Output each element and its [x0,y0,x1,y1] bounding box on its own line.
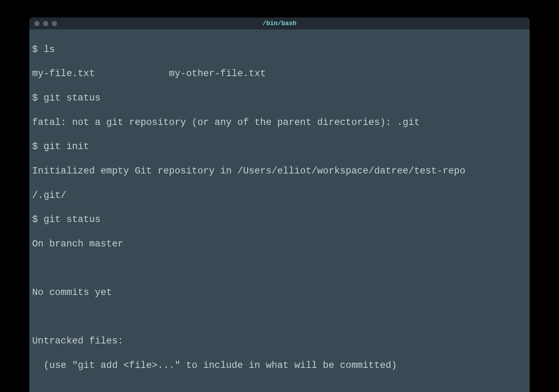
command-text: ls [44,44,55,55]
blank-line [32,262,527,274]
blank-line [32,384,527,392]
output-line: On branch master [32,238,527,250]
titlebar[interactable]: /bin/bash [29,17,530,29]
output-line: (use "git add <file>..." to include in w… [32,360,527,372]
minimize-icon[interactable] [43,21,48,26]
terminal-window: /bin/bash $ ls my-file.txt my-other-file… [29,17,530,392]
output-line: /.git/ [32,190,527,202]
output-line: my-file.txt my-other-file.txt [32,68,527,80]
prompt: $ [32,44,44,55]
command-text: git status [44,214,101,225]
command-line: $ git status [32,214,527,226]
command-line: $ git init [32,141,527,153]
traffic-lights [29,21,57,26]
window-title: /bin/bash [29,20,530,27]
prompt: $ [32,93,44,103]
blank-line [32,311,527,323]
output-line: Untracked files: [32,335,527,347]
maximize-icon[interactable] [52,21,57,26]
output-line: Initialized empty Git repository in /Use… [32,165,527,177]
command-line: $ ls [32,44,527,56]
command-line: $ git status [32,92,527,104]
output-line: No commits yet [32,287,527,299]
close-icon[interactable] [34,21,39,26]
terminal-body[interactable]: $ ls my-file.txt my-other-file.txt $ git… [29,29,530,392]
prompt: $ [32,141,44,152]
prompt: $ [32,214,44,225]
command-text: git init [44,141,89,152]
output-line: fatal: not a git repository (or any of t… [32,117,527,129]
command-text: git status [44,93,101,103]
